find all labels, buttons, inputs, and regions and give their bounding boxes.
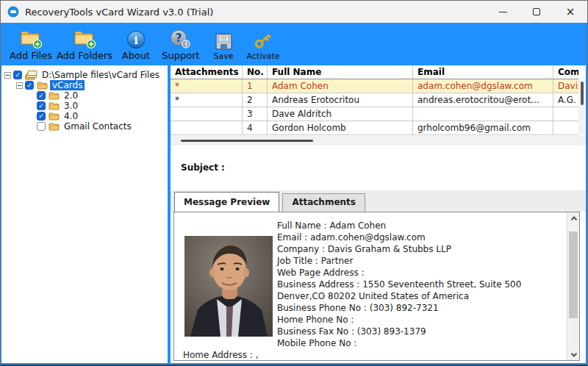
tree-checkbox[interactable]: ✓ [37,122,46,131]
folder-tree: ✓ [1,70,168,132]
contact-detail-line: Mobile Phone No : [183,337,562,349]
cell-company[interactable]: A.G. [553,93,578,107]
minimize-icon [499,12,507,12]
activate-label: Activate [246,51,279,61]
column-header-full-name[interactable]: Full Name [268,65,413,79]
cell-no[interactable]: 4 [243,121,268,134]
tree-checkbox[interactable]: ✓ [25,81,34,90]
close-icon: × [566,7,576,18]
contact-detail-line: Home Address : , [183,349,562,360]
add-folders-folder-plus-icon [73,29,96,49]
tree-item[interactable]: ✓ [1,90,168,101]
tab-attachments[interactable]: Attachments [282,193,365,212]
save-label: Save [213,51,233,61]
subject-label: Subject : [181,162,225,173]
column-header-company[interactable]: Company [553,65,578,79]
cell-full-name[interactable]: Adam Cohen [268,79,413,93]
folder-icon [49,112,60,121]
cell-email[interactable]: andreas.erotocritou@erot... [413,93,553,107]
cell-email[interactable] [413,107,553,121]
add-folders-button[interactable]: Add Folders [54,26,115,61]
column-header-email[interactable]: Email [413,65,553,79]
save-floppy-icon [215,32,233,51]
cell-company[interactable]: Davis Graham & Stubbs LLP [553,79,578,93]
tree-checkbox[interactable]: ✓ [37,112,46,121]
tree-item-label[interactable]: 3.0 [62,101,80,111]
cell-attachments[interactable] [171,121,243,134]
table-horizontal-scrollbar[interactable] [171,136,586,146]
folder-tree-panel: ✓ [1,65,168,363]
tree-item-label[interactable]: vCards [50,80,85,90]
tree-item[interactable]: ✓ [1,101,168,111]
tree-item-label[interactable]: 4.0 [62,111,80,121]
contacts-panel: Attachments No. Full Name Email Company … [171,65,586,363]
tree-checkbox[interactable]: ✓ [37,91,46,100]
tree-item[interactable]: ✓ [1,80,168,90]
contact-photo [184,236,273,337]
table-horizontal-scrollbar-thumb[interactable] [181,140,313,142]
files-stack-icon [25,71,37,80]
preview-body: Full Name : Adam Cohen Email : adam.cohe… [174,212,567,360]
save-button[interactable]: Save [205,26,242,61]
cell-full-name[interactable]: Andreas Erotocritou [268,93,413,107]
tree-checkbox[interactable]: ✓ [13,71,22,79]
preview-scrollbar-thumb[interactable] [569,232,578,318]
column-header-no[interactable]: No. [243,65,268,79]
tree-item[interactable]: ✓ [1,70,168,80]
svg-text:i: i [134,34,138,47]
svg-text:?: ? [176,32,182,45]
cell-email[interactable]: adam.cohen@dgslaw.com [413,79,553,93]
tree-item-label[interactable]: 2.0 [62,90,80,101]
table-vertical-scrollbar[interactable] [578,79,586,135]
tree-item-label[interactable]: D:\Sample files\vCard Files [40,70,162,80]
table-row[interactable]: * 2 Andreas Erotocritou andreas.erotocri… [171,93,578,107]
cell-company[interactable] [553,107,578,121]
app-icon [7,6,19,18]
folder-icon [49,101,60,110]
cell-full-name[interactable]: Gordon Holcomb [268,121,413,134]
activate-button[interactable]: Activate [242,26,284,61]
tree-item[interactable]: ✓ [1,111,168,121]
scroll-up-button[interactable] [567,214,580,226]
tree-checkbox[interactable]: ✓ [37,101,46,110]
table-row[interactable]: * 1 Adam Cohen adam.cohen@dgslaw.com Dav… [171,79,578,93]
minimize-button[interactable] [486,1,520,23]
tree-expander-icon[interactable] [4,72,11,79]
cell-attachments[interactable]: * [171,79,243,93]
folder-icon [37,81,48,90]
about-info-circle-icon: i [126,30,146,49]
close-button[interactable]: × [553,1,587,23]
tree-item[interactable]: ✓ [1,121,168,132]
table-header-row: Attachments No. Full Name Email Company [171,65,578,79]
cell-attachments[interactable]: * [171,93,243,107]
cell-attachments[interactable] [171,107,243,121]
cell-email[interactable]: grholcomb96@gmail.com [413,121,553,134]
add-files-button[interactable]: Add Files [8,26,54,61]
contact-detail-line: Full Name : Adam Cohen [183,220,562,232]
preview-vertical-scrollbar[interactable] [567,212,579,360]
tree-expander-icon[interactable] [16,82,23,89]
cell-no[interactable]: 1 [243,79,268,93]
about-button[interactable]: i About [115,26,157,61]
support-button[interactable]: ? i Support [157,26,205,61]
tabstrip: Message Preview Attachments [171,190,586,212]
window-title: RecoveryTools vCard Wizard v3.0 (Trial) [25,7,213,18]
table-row[interactable]: 3 Dave Aldritch [171,107,578,121]
chevron-down-icon [570,351,576,356]
cell-full-name[interactable]: Dave Aldritch [268,107,413,121]
table-row[interactable]: 4 Gordon Holcomb grholcomb96@gmail.com [171,121,578,135]
cell-no[interactable]: 2 [243,93,268,107]
cell-no[interactable]: 3 [243,107,268,121]
column-header-attachments[interactable]: Attachments [171,65,243,79]
table-vertical-scrollbar-thumb[interactable] [581,82,584,105]
table-body: * 1 Adam Cohen adam.cohen@dgslaw.com Dav… [171,79,578,135]
cell-company[interactable] [553,121,578,134]
tree-item-label[interactable]: Gmail Contacts [62,121,134,132]
tab-message-preview[interactable]: Message Preview [174,192,279,212]
scroll-down-button[interactable] [567,346,580,359]
maximize-button[interactable] [520,1,553,23]
chevron-up-icon [570,216,576,222]
folder-icon [49,91,60,100]
content-area: ✓ [1,63,587,365]
message-preview-panel: Full Name : Adam Cohen Email : adam.cohe… [173,212,580,361]
